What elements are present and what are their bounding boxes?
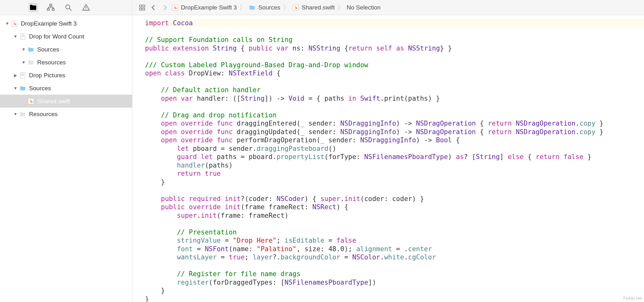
- code-line[interactable]: [145, 220, 644, 228]
- breadcrumb-item[interactable]: DropExample Swift 3: [181, 4, 237, 11]
- swift-icon: [171, 4, 178, 11]
- code-line[interactable]: wantsLayer = true; layer?.backgroundColo…: [145, 253, 644, 262]
- code-line[interactable]: // Register for file name drags: [145, 270, 644, 278]
- folder-gray-icon: [18, 111, 27, 118]
- tree-item-label: Sources: [37, 46, 59, 53]
- disclosure-triangle-icon[interactable]: ▶: [13, 73, 18, 78]
- disclosure-triangle-icon[interactable]: ▼: [13, 34, 18, 39]
- breadcrumb-item[interactable]: Shared.swift: [302, 4, 335, 11]
- code-line[interactable]: /// Custom Labeled Playground-Based Drag…: [145, 61, 644, 69]
- folder-blue-icon: [26, 46, 35, 53]
- code-line[interactable]: // Default action handler: [145, 86, 644, 94]
- disclosure-triangle-icon[interactable]: ▼: [13, 112, 18, 116]
- navigate-back-button[interactable]: [149, 3, 158, 12]
- code-line[interactable]: public override init(frame frameRect: NS…: [145, 203, 644, 211]
- swift-doc-icon: [26, 98, 35, 105]
- watermark: Fishki.net: [623, 296, 642, 301]
- project-navigator-icon[interactable]: [28, 3, 38, 12]
- code-line[interactable]: // Presentation: [145, 228, 644, 237]
- tree-item-label: Drop for Word Count: [29, 33, 84, 40]
- code-line[interactable]: }: [145, 287, 644, 295]
- tree-row[interactable]: ▼Drop for Word Count: [0, 30, 132, 43]
- body: ▼DropExample Swift 3▼Drop for Word Count…: [0, 15, 644, 302]
- tree-row[interactable]: Shared.swift: [0, 95, 132, 108]
- code-line[interactable]: register(forDraggedTypes: [NSFilenamesPb…: [145, 278, 644, 287]
- code-line[interactable]: guard let paths = pboard.propertyList(fo…: [145, 153, 644, 161]
- tree-row[interactable]: ▼Resources: [0, 108, 132, 121]
- code-line[interactable]: [145, 27, 644, 36]
- navigate-forward-button[interactable]: [160, 3, 170, 12]
- code-line[interactable]: open var handler: ([String]) -> Void = {…: [145, 94, 644, 103]
- chevron-right-icon: 〉: [283, 4, 290, 11]
- code-line[interactable]: [145, 52, 644, 61]
- chevron-right-icon: 〉: [239, 4, 246, 11]
- disclosure-triangle-icon[interactable]: ▼: [4, 21, 10, 26]
- related-items-icon[interactable]: [137, 3, 147, 12]
- code-line[interactable]: public required init?(coder: NSCoder) { …: [145, 195, 644, 203]
- code-line[interactable]: font = NSFont(name: "Palatino", size: 48…: [145, 245, 644, 253]
- page-icon: [18, 72, 27, 79]
- disclosure-triangle-icon[interactable]: ▼: [21, 60, 26, 65]
- breadcrumb: DropExample Swift 3〉Sources〉Shared.swift…: [171, 4, 380, 11]
- code-line[interactable]: [145, 186, 644, 195]
- code-line[interactable]: [145, 103, 644, 111]
- tree-item-label: Shared.swift: [37, 98, 70, 105]
- toolbar: DropExample Swift 3〉Sources〉Shared.swift…: [0, 0, 644, 15]
- code-line[interactable]: stringValue = "Drop Here"; isEditable = …: [145, 236, 644, 245]
- folder-blue-icon: [249, 4, 256, 11]
- code-line[interactable]: }: [145, 295, 644, 302]
- code-line[interactable]: open override func draggingEntered(_ sen…: [145, 119, 644, 128]
- disclosure-triangle-icon[interactable]: ▼: [21, 47, 26, 52]
- tree-row[interactable]: ▼DropExample Swift 3: [0, 17, 132, 30]
- tree-row[interactable]: ▼Sources: [0, 82, 132, 95]
- swift-doc-icon: [10, 20, 19, 27]
- code-line[interactable]: [145, 262, 644, 270]
- code-line[interactable]: open override func performDragOperation(…: [145, 136, 644, 145]
- breadcrumb-item[interactable]: Sources: [258, 4, 280, 11]
- tree-row[interactable]: ▶Drop Pictures: [0, 69, 132, 82]
- project-navigator[interactable]: ▼DropExample Swift 3▼Drop for Word Count…: [0, 15, 132, 302]
- tree-item-label: Drop Pictures: [29, 72, 65, 79]
- code-line[interactable]: super.init(frame: frameRect): [145, 211, 644, 220]
- code-line[interactable]: return true: [145, 169, 644, 178]
- code-line[interactable]: // Drag and drop notification: [145, 111, 644, 120]
- folder-gray-icon: [26, 59, 35, 66]
- chevron-right-icon: 〉: [337, 4, 344, 11]
- code-line[interactable]: }: [145, 178, 644, 187]
- tree-item-label: Resources: [37, 59, 66, 66]
- code-line[interactable]: open override func draggingUpdated(_ sen…: [145, 128, 644, 136]
- tree-item-label: DropExample Swift 3: [21, 20, 77, 27]
- disclosure-triangle-icon[interactable]: ▼: [13, 86, 18, 91]
- code-line[interactable]: public extension String { public var ns:…: [145, 44, 644, 53]
- page-icon: [18, 33, 27, 40]
- code-line[interactable]: open class DropView: NSTextField {: [145, 69, 644, 78]
- app-root: DropExample Swift 3〉Sources〉Shared.swift…: [0, 0, 644, 302]
- editor-toolbar: DropExample Swift 3〉Sources〉Shared.swift…: [132, 0, 644, 15]
- tree-item-label: Sources: [29, 85, 51, 92]
- tree-item-label: Resources: [29, 111, 58, 118]
- folder-blue-icon: [18, 85, 27, 92]
- code-line[interactable]: [145, 78, 644, 86]
- code-line[interactable]: let pboard = sender.draggingPasteboard(): [145, 145, 644, 153]
- tree-row[interactable]: ▼Sources: [0, 43, 132, 56]
- symbol-navigator-icon[interactable]: [46, 3, 55, 12]
- navigator-toolbar: [0, 0, 132, 15]
- code-line[interactable]: // Support Foundation calls on String: [145, 36, 644, 44]
- issue-navigator-icon[interactable]: [81, 3, 91, 12]
- swift-icon: [292, 4, 299, 11]
- code-line[interactable]: handler(paths): [145, 161, 644, 170]
- code-line[interactable]: import Cocoa: [145, 19, 644, 27]
- breadcrumb-item[interactable]: No Selection: [347, 4, 381, 11]
- find-navigator-icon[interactable]: [64, 3, 73, 12]
- tree-row[interactable]: ▼Resources: [0, 56, 132, 69]
- code-editor[interactable]: import Cocoa // Support Foundation calls…: [132, 15, 644, 302]
